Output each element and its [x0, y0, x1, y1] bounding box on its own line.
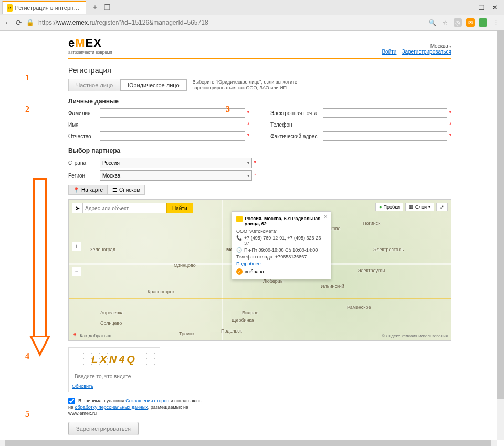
view-map-button[interactable]: 📍На карте — [68, 185, 108, 195]
captcha-refresh-link[interactable]: Обновить — [72, 383, 93, 389]
back-button[interactable]: ← — [4, 18, 12, 27]
map-arrow-icon[interactable]: ➤ — [72, 203, 82, 213]
lastname-label: Фамилия — [68, 110, 100, 116]
minimize-button[interactable]: — — [464, 4, 471, 12]
menu-icon[interactable]: ⋮ — [491, 18, 500, 27]
zoom-icon[interactable]: 🔍 — [428, 18, 437, 27]
annotation-arrow — [33, 178, 50, 357]
register-link[interactable]: Зарегистрироваться — [402, 49, 452, 55]
annotation-1: 1 — [25, 73, 29, 82]
patronymic-input[interactable] — [100, 131, 245, 141]
phone-icon: 📞 — [236, 235, 242, 246]
submit-button[interactable]: Зарегистрироваться — [68, 422, 139, 435]
phone-label: Телефон — [270, 122, 323, 128]
map-city: Видное — [242, 310, 258, 315]
required-icon: * — [449, 122, 452, 128]
reload-button[interactable]: ⟳ — [16, 18, 22, 27]
required-icon: * — [254, 173, 256, 179]
captcha-input[interactable] — [72, 371, 156, 381]
login-link[interactable]: Войти — [382, 49, 396, 55]
site-header: eMEX автозапчасти вовремя Москва ВойтиЗа… — [68, 36, 452, 59]
url-field[interactable]: https://www.emex.ru/register/?id=15126&m… — [38, 19, 424, 26]
browser-chrome: e Регистрация в интернет-магаз ＋ ❐ — ☐ ✕… — [0, 0, 504, 31]
browser-tab[interactable]: e Регистрация в интернет-магаз — [2, 1, 86, 14]
region-select[interactable]: Москва — [100, 170, 252, 181]
required-icon: * — [449, 110, 452, 116]
map-city: Электросталь — [373, 247, 404, 252]
balloon-more-link[interactable]: Подробнее — [236, 261, 327, 266]
ext-icon-1[interactable]: ◎ — [454, 18, 462, 27]
map-city: Солнцево — [100, 320, 122, 326]
tab-private[interactable]: Частное лицо — [69, 79, 120, 91]
new-tab-button[interactable]: ＋ — [91, 3, 99, 12]
city-selector[interactable]: Москва — [376, 43, 452, 49]
annotation-5: 5 — [25, 409, 29, 419]
page: eMEX автозапчасти вовремя Москва ВойтиЗа… — [0, 31, 504, 440]
required-icon: * — [449, 133, 452, 139]
annotation-4: 4 — [25, 351, 29, 361]
phone-input[interactable] — [323, 120, 447, 129]
privacy-link[interactable]: обработку персональных данных — [75, 404, 148, 410]
tab-legal[interactable]: Юридическое лицо — [120, 79, 186, 91]
map-city: Одинцово — [174, 263, 196, 268]
required-icon: * — [247, 133, 249, 139]
map-search-button[interactable]: Найти — [166, 203, 193, 213]
map-city: Щербинка — [232, 318, 254, 323]
map-search-input[interactable] — [82, 203, 166, 213]
email-input[interactable] — [323, 108, 447, 118]
country-select[interactable]: Россия — [100, 158, 252, 168]
firstname-label: Имя — [68, 122, 100, 128]
annotation-2: 2 — [25, 105, 29, 114]
ext-icon-3[interactable]: ≡ — [479, 18, 487, 27]
region-label: Регион — [68, 173, 100, 179]
agree-checkbox[interactable] — [68, 398, 75, 404]
tabs-menu-button[interactable]: ❐ — [104, 3, 111, 12]
patronymic-label: Отчество — [68, 133, 100, 139]
lock-icon: 🔒 — [26, 19, 34, 26]
tab-hint: Выберите "Юридическое лицо", если вы хот… — [193, 79, 298, 91]
map-layers-button[interactable]: ▦Слои▾ — [405, 203, 434, 211]
logo[interactable]: eMEX — [68, 36, 112, 50]
agreement-row: Я принимаю условия Соглашения сторон и с… — [68, 398, 205, 417]
clock-icon: 🕒 — [236, 247, 242, 253]
pin-icon: 📍 — [72, 333, 78, 338]
map-route-link[interactable]: 📍Как добраться — [72, 333, 111, 338]
map-city: Раменское — [347, 305, 371, 310]
address-input[interactable] — [323, 131, 447, 141]
map-fullscreen-button[interactable]: ⤢ — [436, 203, 448, 211]
map-city: Ильинский — [321, 284, 344, 289]
horizontal-scrollbar[interactable] — [0, 440, 497, 446]
captcha-image: LXN4Q — [72, 351, 156, 368]
map-zoom-out[interactable]: − — [72, 267, 81, 276]
favicon: e — [7, 4, 13, 12]
email-label: Электронная почта — [270, 110, 323, 116]
captcha: LXN4Q Обновить — [68, 347, 160, 392]
bookmark-icon[interactable]: ☆ — [441, 18, 449, 27]
close-window-button[interactable]: ✕ — [492, 4, 498, 12]
pin-icon: 📍 — [73, 187, 79, 193]
map-city: Зеленоград — [90, 247, 116, 252]
balloon-favicon — [236, 216, 243, 222]
map-copyright: © Яндекс Условия использования — [382, 334, 448, 338]
balloon-close-icon[interactable]: ✕ — [323, 214, 328, 220]
map-city: Ногинск — [363, 221, 380, 226]
view-list-button[interactable]: ☰Списком — [108, 185, 145, 195]
map-traffic-button[interactable]: ●Пробки — [375, 203, 403, 211]
partner-title: Выбор партнера — [68, 147, 452, 154]
partner-map[interactable]: Зеленоград Одинцово Люберцы Москва Мытищ… — [68, 199, 452, 341]
required-icon: * — [254, 160, 256, 166]
firstname-input[interactable] — [100, 120, 245, 129]
ext-icon-2[interactable]: ✉ — [466, 18, 475, 27]
maximize-button[interactable]: ☐ — [478, 4, 485, 12]
tab-bar: e Регистрация в интернет-магаз ＋ ❐ — ☐ ✕ — [0, 0, 504, 15]
page-title: Регистрация — [68, 66, 452, 75]
map-city: Апрелевка — [100, 310, 124, 315]
lastname-input[interactable] — [100, 108, 245, 118]
map-zoom-in[interactable]: + — [72, 242, 81, 251]
address-bar: ← ⟳ 🔒 https://www.emex.ru/register/?id=1… — [0, 15, 504, 30]
vertical-scrollbar[interactable] — [497, 30, 504, 440]
balloon-company: ООО "Автокомета" — [236, 229, 327, 234]
map-city: Электроугли — [358, 268, 385, 273]
annotation-3: 3 — [226, 105, 230, 114]
agreement-link[interactable]: Соглашения сторон — [125, 398, 169, 403]
